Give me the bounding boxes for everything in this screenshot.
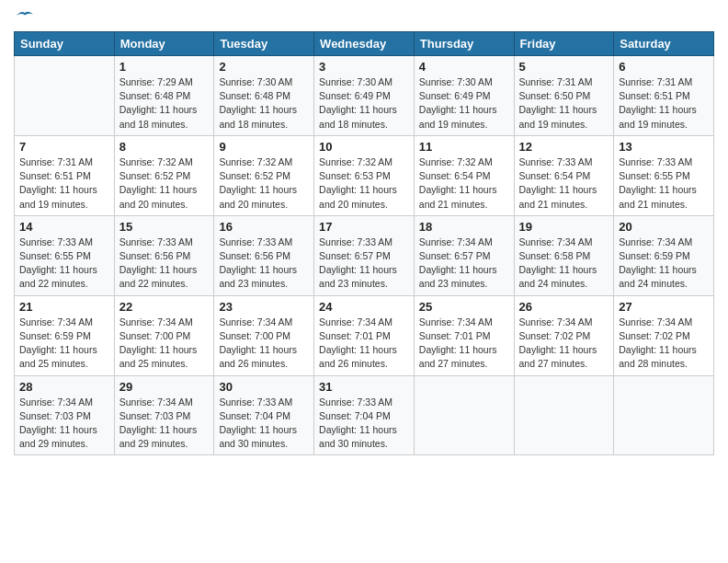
calendar-cell: 13Sunrise: 7:33 AM Sunset: 6:55 PM Dayli…: [614, 135, 714, 215]
day-info: Sunrise: 7:34 AM Sunset: 7:01 PM Dayligh…: [319, 316, 409, 372]
calendar-cell: 11Sunrise: 7:32 AM Sunset: 6:54 PM Dayli…: [414, 135, 514, 215]
day-info: Sunrise: 7:34 AM Sunset: 7:00 PM Dayligh…: [219, 316, 309, 372]
calendar-table: SundayMondayTuesdayWednesdayThursdayFrid…: [14, 31, 714, 455]
weekday-header: Sunday: [15, 32, 115, 56]
day-number: 29: [119, 380, 210, 394]
calendar-cell: 5Sunrise: 7:31 AM Sunset: 6:50 PM Daylig…: [514, 56, 614, 136]
day-number: 30: [219, 380, 309, 394]
day-info: Sunrise: 7:30 AM Sunset: 6:49 PM Dayligh…: [319, 75, 409, 132]
page-header: [14, 14, 714, 22]
calendar-cell: 23Sunrise: 7:34 AM Sunset: 7:00 PM Dayli…: [214, 295, 314, 375]
day-number: 12: [519, 140, 609, 154]
calendar-week-row: 7Sunrise: 7:31 AM Sunset: 6:51 PM Daylig…: [15, 135, 714, 215]
calendar-cell: 20Sunrise: 7:34 AM Sunset: 6:59 PM Dayli…: [614, 215, 714, 295]
calendar-header: SundayMondayTuesdayWednesdayThursdayFrid…: [15, 32, 714, 56]
day-info: Sunrise: 7:29 AM Sunset: 6:48 PM Dayligh…: [119, 75, 210, 132]
day-number: 16: [219, 220, 309, 234]
day-number: 6: [619, 60, 709, 74]
day-number: 21: [19, 300, 109, 314]
day-info: Sunrise: 7:30 AM Sunset: 6:49 PM Dayligh…: [419, 75, 509, 132]
day-info: Sunrise: 7:33 AM Sunset: 6:56 PM Dayligh…: [119, 236, 210, 292]
calendar-cell: 19Sunrise: 7:34 AM Sunset: 6:58 PM Dayli…: [514, 215, 614, 295]
day-number: 23: [219, 300, 309, 314]
calendar-cell: 25Sunrise: 7:34 AM Sunset: 7:01 PM Dayli…: [414, 295, 514, 375]
day-info: Sunrise: 7:34 AM Sunset: 6:58 PM Dayligh…: [519, 236, 609, 292]
day-number: 9: [219, 140, 309, 154]
day-info: Sunrise: 7:33 AM Sunset: 6:55 PM Dayligh…: [619, 155, 709, 212]
day-number: 15: [119, 220, 210, 234]
calendar-cell: 17Sunrise: 7:33 AM Sunset: 6:57 PM Dayli…: [314, 215, 415, 295]
day-number: 2: [219, 60, 309, 74]
calendar-body: 1Sunrise: 7:29 AM Sunset: 6:48 PM Daylig…: [15, 56, 714, 455]
day-info: Sunrise: 7:32 AM Sunset: 6:52 PM Dayligh…: [219, 155, 309, 212]
day-info: Sunrise: 7:34 AM Sunset: 6:59 PM Dayligh…: [19, 316, 109, 372]
day-number: 11: [419, 140, 509, 154]
logo-bird-icon: [17, 9, 33, 22]
day-info: Sunrise: 7:33 AM Sunset: 6:55 PM Dayligh…: [19, 236, 109, 292]
day-info: Sunrise: 7:33 AM Sunset: 6:57 PM Dayligh…: [319, 236, 409, 292]
calendar-cell: 27Sunrise: 7:34 AM Sunset: 7:02 PM Dayli…: [614, 295, 714, 375]
day-number: 31: [319, 380, 409, 394]
day-number: 24: [319, 300, 409, 314]
calendar-cell: 4Sunrise: 7:30 AM Sunset: 6:49 PM Daylig…: [414, 56, 514, 136]
calendar-cell: 1Sunrise: 7:29 AM Sunset: 6:48 PM Daylig…: [114, 56, 214, 136]
day-number: 27: [619, 300, 709, 314]
calendar-cell: 8Sunrise: 7:32 AM Sunset: 6:52 PM Daylig…: [114, 135, 214, 215]
day-number: 13: [619, 140, 709, 154]
day-info: Sunrise: 7:34 AM Sunset: 7:03 PM Dayligh…: [119, 396, 210, 452]
day-info: Sunrise: 7:34 AM Sunset: 6:57 PM Dayligh…: [419, 236, 509, 292]
day-info: Sunrise: 7:32 AM Sunset: 6:53 PM Dayligh…: [319, 155, 409, 212]
day-info: Sunrise: 7:34 AM Sunset: 6:59 PM Dayligh…: [619, 236, 709, 292]
calendar-cell: 10Sunrise: 7:32 AM Sunset: 6:53 PM Dayli…: [314, 135, 415, 215]
calendar-cell: [15, 56, 115, 136]
day-number: 10: [319, 140, 409, 154]
weekday-header: Saturday: [614, 32, 714, 56]
day-info: Sunrise: 7:33 AM Sunset: 7:04 PM Dayligh…: [319, 396, 409, 452]
day-info: Sunrise: 7:34 AM Sunset: 7:00 PM Dayligh…: [119, 316, 210, 372]
day-info: Sunrise: 7:34 AM Sunset: 7:02 PM Dayligh…: [619, 316, 709, 372]
logo: [14, 14, 33, 22]
weekday-header: Wednesday: [314, 32, 415, 56]
weekday-header: Thursday: [414, 32, 514, 56]
weekday-header: Friday: [514, 32, 614, 56]
calendar-cell: 6Sunrise: 7:31 AM Sunset: 6:51 PM Daylig…: [614, 56, 714, 136]
calendar-cell: [614, 375, 714, 455]
day-number: 4: [419, 60, 509, 74]
day-number: 18: [419, 220, 509, 234]
day-info: Sunrise: 7:33 AM Sunset: 6:54 PM Dayligh…: [519, 155, 609, 212]
day-number: 28: [19, 380, 109, 394]
calendar-cell: 7Sunrise: 7:31 AM Sunset: 6:51 PM Daylig…: [15, 135, 115, 215]
day-info: Sunrise: 7:33 AM Sunset: 6:56 PM Dayligh…: [219, 236, 309, 292]
day-number: 8: [119, 140, 210, 154]
day-info: Sunrise: 7:31 AM Sunset: 6:51 PM Dayligh…: [19, 155, 109, 212]
calendar-cell: 31Sunrise: 7:33 AM Sunset: 7:04 PM Dayli…: [314, 375, 415, 455]
calendar-cell: [514, 375, 614, 455]
day-info: Sunrise: 7:34 AM Sunset: 7:02 PM Dayligh…: [519, 316, 609, 372]
calendar-week-row: 28Sunrise: 7:34 AM Sunset: 7:03 PM Dayli…: [15, 375, 714, 455]
day-number: 22: [119, 300, 210, 314]
calendar-cell: 15Sunrise: 7:33 AM Sunset: 6:56 PM Dayli…: [114, 215, 214, 295]
calendar-cell: 9Sunrise: 7:32 AM Sunset: 6:52 PM Daylig…: [214, 135, 314, 215]
day-info: Sunrise: 7:32 AM Sunset: 6:52 PM Dayligh…: [119, 155, 210, 212]
day-number: 5: [519, 60, 609, 74]
calendar-cell: 18Sunrise: 7:34 AM Sunset: 6:57 PM Dayli…: [414, 215, 514, 295]
day-info: Sunrise: 7:31 AM Sunset: 6:51 PM Dayligh…: [619, 75, 709, 132]
calendar-cell: [414, 375, 514, 455]
day-info: Sunrise: 7:33 AM Sunset: 7:04 PM Dayligh…: [219, 396, 309, 452]
day-info: Sunrise: 7:30 AM Sunset: 6:48 PM Dayligh…: [219, 75, 309, 132]
day-number: 17: [319, 220, 409, 234]
calendar-cell: 22Sunrise: 7:34 AM Sunset: 7:00 PM Dayli…: [114, 295, 214, 375]
calendar-cell: 2Sunrise: 7:30 AM Sunset: 6:48 PM Daylig…: [214, 56, 314, 136]
weekday-header: Tuesday: [214, 32, 314, 56]
day-number: 3: [319, 60, 409, 74]
calendar-cell: 14Sunrise: 7:33 AM Sunset: 6:55 PM Dayli…: [15, 215, 115, 295]
day-number: 20: [619, 220, 709, 234]
weekday-header: Monday: [114, 32, 214, 56]
day-info: Sunrise: 7:34 AM Sunset: 7:03 PM Dayligh…: [19, 396, 109, 452]
day-number: 26: [519, 300, 609, 314]
calendar-cell: 21Sunrise: 7:34 AM Sunset: 6:59 PM Dayli…: [15, 295, 115, 375]
calendar-cell: 28Sunrise: 7:34 AM Sunset: 7:03 PM Dayli…: [15, 375, 115, 455]
day-info: Sunrise: 7:32 AM Sunset: 6:54 PM Dayligh…: [419, 155, 509, 212]
calendar-cell: 29Sunrise: 7:34 AM Sunset: 7:03 PM Dayli…: [114, 375, 214, 455]
calendar-cell: 12Sunrise: 7:33 AM Sunset: 6:54 PM Dayli…: [514, 135, 614, 215]
